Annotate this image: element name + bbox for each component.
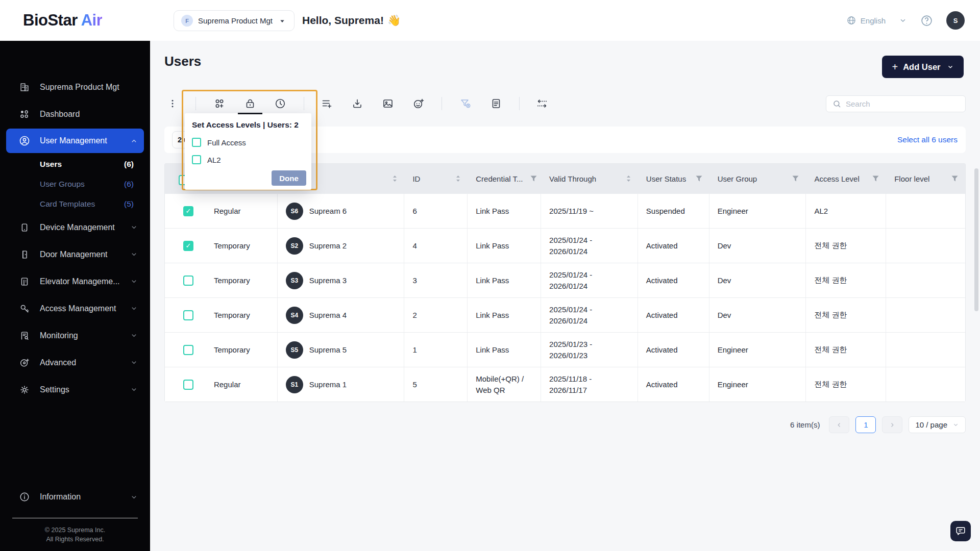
- search-box: [826, 95, 966, 112]
- header-user-status: User Status: [638, 164, 709, 193]
- biostar-air-app: BioStar Air F Suprema Product Mgt Hello,…: [0, 0, 980, 551]
- sidebar-item-label: Access Management: [40, 304, 116, 313]
- cell-access-level: 전체 권한: [806, 367, 886, 402]
- user-circle-icon: [18, 135, 31, 147]
- cell-floor-level: [886, 263, 965, 297]
- sidebar-item-users[interactable]: Users (6): [0, 154, 150, 174]
- cell-user-status: Activated: [638, 298, 709, 332]
- table-row[interactable]: ✓ Regular S6Supream 6 6 Link Pass 2025/1…: [165, 193, 965, 228]
- toolbar-separator: [195, 97, 196, 110]
- sidebar-item-elevator-management[interactable]: Elevator Manageme...: [0, 268, 150, 295]
- list-add-icon[interactable]: [317, 94, 336, 113]
- language-chevron-down-icon[interactable]: [899, 16, 907, 24]
- sidebar-item-advanced[interactable]: Advanced: [0, 349, 150, 376]
- cell-credential: Link Pass: [468, 194, 541, 228]
- sidebar-item-card-templates[interactable]: Card Templates (5): [0, 194, 150, 214]
- cell-floor-level: [886, 229, 965, 263]
- language-label: English: [861, 16, 886, 25]
- cell-user-type: Regular: [206, 367, 278, 402]
- access-level-lock-icon[interactable]: [241, 94, 259, 113]
- chevron-down-icon: [130, 305, 138, 312]
- cell-credential: Mobile(+QR) / Web QR: [468, 367, 541, 402]
- header-credential-type: Credential T...: [468, 164, 541, 193]
- workspace-selector[interactable]: F Suprema Product Mgt: [174, 10, 295, 31]
- user-group-add-icon[interactable]: [210, 94, 229, 113]
- gear-icon: [18, 384, 31, 396]
- sort-icon[interactable]: [456, 175, 468, 182]
- filter-icon[interactable]: [792, 176, 806, 182]
- option-al2[interactable]: AL2: [192, 155, 304, 164]
- cell-user-type: Temporary: [206, 229, 278, 263]
- al2-checkbox[interactable]: [192, 155, 201, 164]
- kebab-menu-icon[interactable]: [163, 94, 182, 113]
- next-page-button[interactable]: [882, 416, 902, 433]
- download-icon[interactable]: [348, 94, 366, 113]
- cell-valid-through: 2025/01/24 - 2026/01/24: [541, 229, 638, 263]
- sidebar-item-device-management[interactable]: Device Management: [0, 214, 150, 241]
- sidebar-item-dashboard[interactable]: Dashboard: [0, 101, 150, 128]
- document-icon[interactable]: [487, 94, 505, 113]
- chat-bubble-icon: [955, 525, 966, 537]
- chevron-down-icon: [952, 421, 959, 428]
- sidebar-nav: Suprema Product Mgt Dashboard User Manag…: [0, 41, 150, 403]
- sort-icon[interactable]: [626, 175, 638, 182]
- table-row[interactable]: Temporary S3Suprema 3 3 Link Pass 2025/0…: [165, 263, 965, 297]
- toolbar-separator: [519, 97, 520, 110]
- scrollbar-thumb[interactable]: [974, 168, 978, 311]
- user-avatar[interactable]: S: [946, 11, 965, 30]
- sidebar-item-label: Settings: [40, 385, 69, 394]
- add-user-button[interactable]: + Add User: [882, 56, 964, 78]
- chat-support-button[interactable]: [950, 521, 971, 541]
- search-input[interactable]: [846, 99, 960, 108]
- validity-clock-icon[interactable]: [271, 94, 289, 113]
- help-icon[interactable]: [920, 14, 933, 27]
- transfer-arrows-icon[interactable]: [533, 94, 551, 113]
- done-button[interactable]: Done: [272, 170, 306, 186]
- cell-user-type: Temporary: [206, 333, 278, 367]
- full-access-checkbox[interactable]: [192, 138, 201, 147]
- add-user-label: Add User: [903, 62, 940, 72]
- page-size-select[interactable]: 10 / page: [909, 416, 966, 433]
- select-all-users-link[interactable]: Select all 6 users: [897, 127, 958, 153]
- chevron-down-icon: [130, 332, 138, 339]
- current-page-button[interactable]: 1: [855, 416, 876, 433]
- filter-icon[interactable]: [951, 176, 965, 182]
- sidebar-item-user-groups[interactable]: User Groups (6): [0, 174, 150, 194]
- row-checkbox[interactable]: [183, 380, 193, 390]
- row-checkbox[interactable]: [183, 310, 193, 320]
- table-row[interactable]: Temporary S5Suprema 5 1 Link Pass 2025/0…: [165, 332, 965, 367]
- row-checkbox[interactable]: ✓: [183, 206, 193, 216]
- option-full-access[interactable]: Full Access: [192, 138, 304, 147]
- table-row[interactable]: ✓ Temporary S2Suprema 2 4 Link Pass 2025…: [165, 228, 965, 263]
- copyright: © 2025 Suprema Inc. All Rights Reserved.: [0, 525, 150, 544]
- filter-icon[interactable]: [696, 176, 709, 182]
- sidebar-item-access-management[interactable]: Access Management: [0, 295, 150, 322]
- sidebar-item-suprema-product-mgt[interactable]: Suprema Product Mgt: [0, 73, 150, 101]
- language-selector[interactable]: English: [846, 15, 886, 26]
- row-checkbox[interactable]: ✓: [183, 241, 193, 251]
- table-row[interactable]: Temporary S4Suprema 4 2 Link Pass 2025/0…: [165, 297, 965, 332]
- option-label: Full Access: [207, 138, 246, 147]
- filter-icon[interactable]: [530, 176, 537, 182]
- face-add-icon[interactable]: [409, 94, 428, 113]
- cell-floor-level: [886, 367, 965, 402]
- sort-icon[interactable]: [393, 175, 397, 182]
- sidebar-item-settings[interactable]: Settings: [0, 376, 150, 403]
- cell-floor-level: [886, 194, 965, 228]
- filter-icon[interactable]: [872, 176, 886, 182]
- sidebar-item-door-management[interactable]: Door Management: [0, 241, 150, 268]
- table-row[interactable]: Regular S1Suprema 1 5 Mobile(+QR) / Web …: [165, 367, 965, 402]
- row-checkbox[interactable]: [183, 345, 193, 355]
- cell-user-group: Engineer: [709, 333, 806, 367]
- prev-page-button[interactable]: [829, 416, 849, 433]
- sidebar-item-information[interactable]: Information: [0, 484, 150, 511]
- row-checkbox[interactable]: [183, 276, 193, 286]
- page-size-label: 10 / page: [915, 420, 947, 429]
- sidebar-item-user-management[interactable]: User Management: [6, 129, 144, 153]
- cell-id: 6: [404, 194, 468, 228]
- card-image-icon[interactable]: [379, 94, 397, 113]
- chevron-down-icon: [947, 63, 954, 70]
- popup-title: Set Access Levels | Users: 2: [192, 120, 304, 130]
- header-user-group: User Group: [709, 164, 806, 193]
- sidebar-item-monitoring[interactable]: Monitoring: [0, 322, 150, 349]
